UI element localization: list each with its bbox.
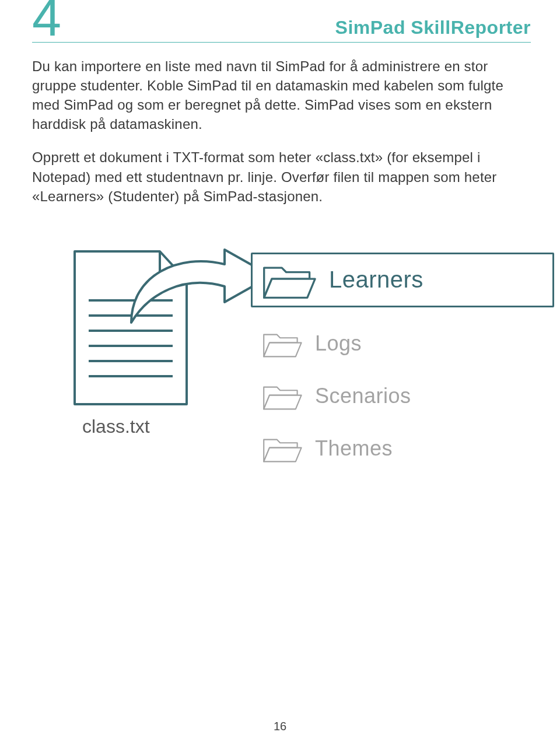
folder-label: Scenarios (315, 384, 411, 408)
paragraph-2: Opprett et dokument i TXT-format som het… (32, 148, 531, 205)
page-header: 4 SimPad SkillReporter (32, 0, 531, 43)
folder-scenarios: Scenarios (251, 376, 554, 416)
folder-themes: Themes (251, 429, 554, 468)
folder-open-icon (261, 327, 302, 360)
product-title: SimPad SkillReporter (335, 17, 531, 42)
folder-label: Themes (315, 436, 393, 461)
folder-label: Logs (315, 331, 362, 356)
diagram: class.txt Learners Logs (32, 247, 531, 550)
folder-open-icon (261, 380, 302, 412)
folder-label: Learners (329, 267, 424, 293)
folder-open-icon (261, 258, 316, 302)
folder-open-icon (261, 432, 302, 465)
section-number: 4 (32, 0, 60, 38)
folder-logs: Logs (251, 324, 554, 363)
file-label: class.txt (82, 416, 150, 437)
folder-learners: Learners (251, 253, 554, 307)
paragraph-1: Du kan importere en liste med navn til S… (32, 57, 531, 134)
folder-list: Learners Logs Scenarios (251, 253, 554, 481)
page-number: 16 (0, 720, 560, 733)
